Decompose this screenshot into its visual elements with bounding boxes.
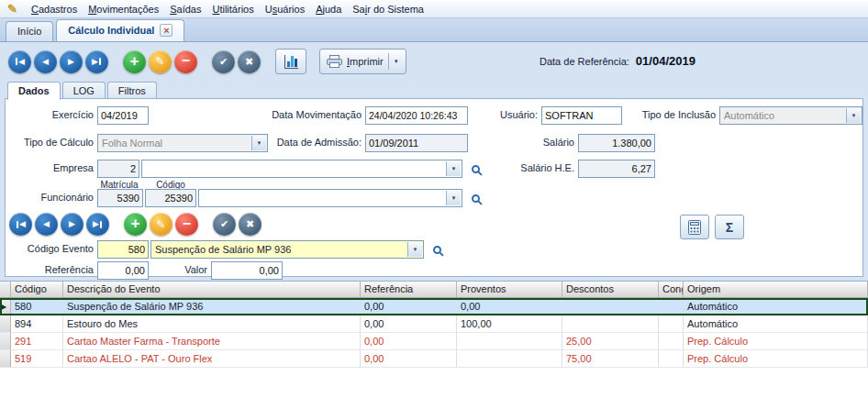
cell-cong: [659, 315, 684, 333]
sum-button[interactable]: Σ: [715, 215, 744, 239]
next-record-icon: ▶: [69, 220, 75, 228]
events-grid: Código Descrição do Evento Referência Pr…: [0, 281, 868, 398]
chevron-down-icon[interactable]: ▼: [446, 161, 461, 176]
funcionario-select[interactable]: ▼: [198, 189, 462, 207]
last-record-button[interactable]: ▶: [85, 50, 108, 73]
calculator-button[interactable]: [680, 215, 709, 239]
tipo-inclusao-value: Automático: [724, 110, 774, 121]
calculator-icon: [688, 220, 701, 235]
codigo-evento-input[interactable]: [97, 240, 149, 259]
previous-record-button[interactable]: ◀: [34, 50, 57, 73]
app-window: ✎ Cadastros Movimentações Saídas Utilitá…: [0, 0, 868, 398]
tab-inicio-label: Início: [17, 26, 41, 37]
salario-label: Salário: [497, 137, 574, 148]
confirm-button[interactable]: ✔: [212, 50, 235, 73]
evento-descricao-value: Suspenção de Salário MP 936: [155, 244, 291, 255]
menu-sair-do-sistema[interactable]: Sair do Sistema: [347, 2, 429, 17]
event-edit-button[interactable]: ✎: [150, 213, 172, 236]
salario-he-input[interactable]: [578, 160, 655, 178]
cell-codigo: 580: [11, 298, 63, 315]
tipo-calculo-select[interactable]: Folha Normal ▼: [97, 134, 268, 152]
empresa-codigo-input[interactable]: [97, 160, 139, 178]
event-next-button[interactable]: ▶: [61, 213, 83, 236]
event-add-button[interactable]: +: [124, 213, 147, 236]
chevron-down-icon[interactable]: ▼: [446, 191, 461, 205]
usuario-input[interactable]: [541, 106, 622, 125]
event-last-button[interactable]: ▶: [86, 213, 109, 236]
menu-saidas[interactable]: Saídas: [164, 2, 206, 17]
empresa-search-button[interactable]: [466, 160, 484, 178]
event-previous-button[interactable]: ◀: [35, 213, 58, 236]
cancel-button[interactable]: ✖: [238, 50, 261, 73]
tab-filtros[interactable]: Filtros: [107, 82, 157, 100]
grid-header-origem[interactable]: Origem: [684, 282, 868, 298]
menu-cadastros[interactable]: Cadastros: [26, 2, 83, 17]
chevron-down-icon[interactable]: ▼: [846, 108, 861, 123]
grid-header-codigo[interactable]: Código: [11, 282, 63, 298]
codigo-evento-label: Código Evento: [13, 243, 94, 254]
menu-usuarios[interactable]: Usuários: [260, 2, 310, 17]
grid-header-descontos[interactable]: Descontos: [562, 282, 659, 298]
print-button[interactable]: Imprimir ▼: [319, 49, 406, 74]
cell-descricao: Cartao Master Farma - Transporte: [63, 333, 361, 350]
evento-descricao-select[interactable]: Suspenção de Salário MP 936 ▼: [150, 240, 424, 259]
menu-utilitarios[interactable]: Utilitários: [206, 2, 259, 17]
delete-button[interactable]: −: [174, 50, 197, 73]
table-row-519[interactable]: 519 Cartao ALELO - PAT - Ouro Flex 0,00 …: [0, 350, 868, 368]
funcionario-codigo-input[interactable]: [145, 189, 196, 207]
cell-descontos: 25,00: [562, 333, 659, 350]
chart-button[interactable]: [275, 49, 306, 74]
evento-search-button[interactable]: [428, 240, 446, 259]
tab-calculo-individual[interactable]: Cálculo Individual ×: [56, 19, 184, 41]
event-confirm-button[interactable]: ✔: [213, 213, 236, 236]
event-delete-button[interactable]: −: [175, 213, 198, 236]
table-row-894[interactable]: 894 Estouro do Mes 0,00 100,00 Automátic…: [0, 315, 868, 333]
usuario-label: Usuário:: [490, 109, 538, 120]
first-record-button[interactable]: ◀: [8, 50, 31, 73]
event-first-button[interactable]: ◀: [9, 213, 32, 236]
empresa-select[interactable]: ▼: [141, 160, 462, 178]
grid-header-descricao[interactable]: Descrição do Evento: [63, 282, 361, 298]
grid-header-referencia[interactable]: Referência: [361, 282, 457, 298]
x-icon: ✖: [246, 219, 254, 229]
edit-button[interactable]: ✎: [149, 50, 172, 73]
data-admissao-label: Data de Admissão:: [264, 137, 362, 148]
add-button[interactable]: +: [123, 50, 146, 73]
row-indicator: [0, 333, 11, 350]
tab-dados-label: Dados: [18, 85, 50, 96]
menu-movimentacoes[interactable]: Movimentações: [83, 2, 164, 17]
grid-header-cong[interactable]: Cong.: [659, 282, 684, 298]
cell-descontos: [562, 298, 659, 315]
salario-he-label: Salário H.E.: [497, 162, 574, 173]
grid-header-indicator: [0, 282, 11, 298]
cell-codigo: 519: [11, 350, 63, 368]
event-cancel-button[interactable]: ✖: [239, 213, 262, 236]
cell-referencia: 0,00: [361, 333, 457, 350]
tipo-inclusao-select[interactable]: Automático ▼: [719, 106, 862, 125]
funcionario-search-button[interactable]: [466, 189, 484, 207]
menu-ajuda[interactable]: Ajuda: [310, 2, 347, 17]
tab-inicio[interactable]: Início: [6, 21, 53, 41]
chevron-down-icon[interactable]: ▼: [407, 242, 422, 257]
print-button-label: Imprimir: [347, 56, 384, 67]
data-movimentacao-input[interactable]: [365, 106, 468, 125]
matricula-input[interactable]: [97, 189, 143, 207]
plus-icon: +: [130, 53, 139, 69]
salario-input[interactable]: [578, 134, 655, 152]
tab-calculo-individual-label: Cálculo Individual: [68, 25, 154, 36]
next-record-button[interactable]: ▶: [60, 50, 83, 73]
table-row-291[interactable]: 291 Cartao Master Farma - Transporte 0,0…: [0, 333, 868, 350]
referencia-input[interactable]: [97, 261, 149, 280]
table-row-580[interactable]: ▶ 580 Suspenção de Salário MP 936 0,00 0…: [0, 298, 868, 315]
close-tab-icon[interactable]: ×: [160, 24, 172, 37]
grid-header-proventos[interactable]: Proventos: [457, 282, 562, 298]
tab-dados[interactable]: Dados: [7, 82, 61, 100]
next-record-icon: ▶: [68, 58, 74, 66]
last-record-icon: ▶: [93, 220, 99, 228]
data-admissao-input[interactable]: [365, 134, 468, 152]
print-dropdown-icon[interactable]: ▼: [394, 59, 399, 64]
cell-proventos: [457, 333, 562, 350]
tab-log[interactable]: LOG: [62, 82, 106, 100]
valor-input[interactable]: [211, 261, 283, 280]
exercicio-input[interactable]: [97, 106, 149, 125]
